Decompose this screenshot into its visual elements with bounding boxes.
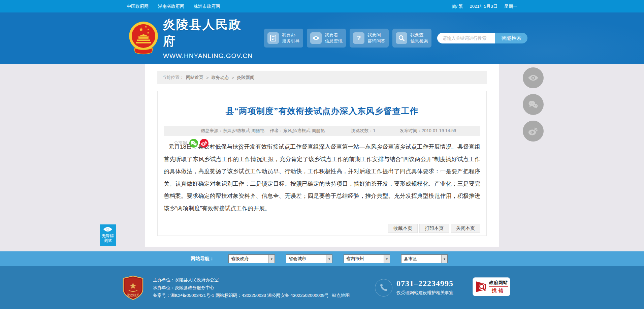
- phone-note: 仅受理网站建设维护相关事宜: [396, 290, 453, 296]
- weibo-share-button[interactable]: [523, 121, 544, 142]
- svg-text:★: ★: [147, 31, 150, 34]
- link-china-gov[interactable]: 中国政府网: [127, 3, 149, 9]
- phone-icon: [375, 279, 392, 297]
- nav-select-value: 省级政府: [229, 256, 268, 262]
- footer-info: 主办单位：炎陵县人民政府办公室 承办单位：炎陵县政务服务中心 备案号：湘ICP备…: [153, 276, 350, 299]
- meta-views-value: 1: [373, 128, 375, 133]
- phone-number: 0731–22234995: [396, 279, 453, 288]
- content-card: 当前位置： 网站首页 > 政务动态 > 炎陵新闻 县“两项制度”有效衔接试点办深…: [145, 64, 499, 247]
- link-zhuzhou-gov[interactable]: 株洲市政府网: [194, 3, 220, 9]
- error-magnifier-icon: [475, 280, 488, 294]
- organizer-label: 主办单位：: [153, 277, 175, 282]
- site-url: WWW.HNYANLING.GOV.CN: [163, 52, 253, 60]
- nav-select-counties[interactable]: 县市区 ▾: [401, 254, 448, 263]
- breadcrumb-home[interactable]: 网站首页: [186, 74, 203, 81]
- error-badge-line1: 政府网站: [489, 280, 508, 287]
- button-ask-qa[interactable]: ? 我要问 咨询问答: [350, 29, 389, 48]
- lang-toggle[interactable]: 简/ 繁: [452, 3, 463, 9]
- close-page-button[interactable]: 关闭本页: [451, 224, 480, 233]
- chevron-down-icon: ▾: [441, 255, 447, 263]
- current-weekday: 星期一: [504, 3, 517, 9]
- accessibility-eye-button[interactable]: [523, 67, 544, 88]
- article-actions: 收藏本页 打印本页 关闭本页: [388, 224, 480, 233]
- svg-text:★: ★: [147, 28, 150, 31]
- meta-time-label: 发布时间：: [400, 128, 422, 133]
- breadcrumb: 当前位置： 网站首页 > 政务动态 > 炎陵新闻: [157, 71, 487, 84]
- search-box: 智能检索: [437, 33, 527, 43]
- button-service-guide[interactable]: 我要办 服务引导: [264, 29, 303, 48]
- weibo-icon: [527, 126, 539, 136]
- qbtn-label-line2: 服务引导: [282, 38, 299, 44]
- undertaker-label: 承办单位：: [153, 285, 175, 290]
- footer: ★ 党政机关 主办单位：炎陵县人民政府办公室 承办单位：炎陵县政务服务中心 备案…: [0, 266, 644, 309]
- eye-icon: [103, 226, 112, 232]
- breadcrumb-separator: >: [206, 75, 209, 80]
- access-label-line2: 浏览: [100, 238, 116, 243]
- badge-label: 党政机关: [127, 293, 140, 297]
- question-icon: ?: [353, 32, 364, 44]
- nav-select-province-cities[interactable]: 省内市州 ▾: [344, 254, 390, 263]
- site-nav-label: 网站导航：: [191, 256, 214, 262]
- print-page-button[interactable]: 打印本页: [419, 224, 449, 233]
- wechat-share-button[interactable]: [523, 94, 544, 115]
- qbtn-label-line1: 我要查: [410, 32, 428, 38]
- article-body: 元月18日，县农村低保与扶贫开发有效衔接试点工作督查组深入督查第一站—东风乡督查…: [164, 141, 480, 215]
- chevron-down-icon: ▾: [268, 255, 275, 263]
- button-search-info[interactable]: 我要查 信息检索: [392, 29, 431, 48]
- main-area: 当前位置： 网站首页 > 政务动态 > 炎陵新闻 县“两项制度”有效衔接试点办深…: [0, 64, 644, 251]
- nav-select-provincial-gov[interactable]: 省级政府 ▾: [228, 254, 275, 263]
- icp-value: 湘ICP备05003421号-1 网站标识码：4302250033 湘公网安备 …: [170, 293, 329, 298]
- qbtn-label-line1: 我要问: [367, 32, 385, 38]
- chevron-down-icon: ▾: [326, 255, 332, 263]
- smart-search-button[interactable]: 智能检索: [495, 33, 527, 43]
- breadcrumb-separator: >: [232, 75, 234, 80]
- breadcrumb-yanling-news[interactable]: 炎陵新闻: [237, 74, 254, 81]
- article-meta-bar: 信息来源：东风乡/唐根武 周丽艳 作者：东风乡/唐根武 周丽艳 浏览次数：1 发…: [164, 126, 480, 136]
- qbtn-label-line2: 咨询问答: [367, 38, 385, 44]
- meta-source-value: 东风乡/唐根武 周丽艳: [223, 128, 264, 133]
- nav-select-value: 县市区: [401, 256, 441, 262]
- nav-select-value: 省会城市: [286, 256, 326, 262]
- share-label: 分享到: [174, 140, 187, 146]
- undertaker-value: 炎陵县政务服务中心: [175, 285, 214, 290]
- site-title[interactable]: 炎陵县人民政府: [163, 17, 253, 50]
- breadcrumb-label: 当前位置：: [162, 74, 184, 81]
- wechat-icon: [528, 100, 539, 109]
- gov-site-error-report-badge[interactable]: 政府网站 找错: [473, 277, 510, 296]
- meta-source-label: 信息来源：: [201, 128, 223, 133]
- national-emblem: ★ ★ ★ ★ ★: [129, 21, 158, 55]
- button-info-news[interactable]: 我要看 信息资讯: [307, 29, 346, 48]
- weibo-icon[interactable]: [200, 139, 208, 148]
- current-date: 2021年5月3日: [470, 3, 497, 9]
- error-badge-line2: 找错: [489, 288, 508, 294]
- svg-text:★: ★: [144, 25, 147, 28]
- bookmark-page-button[interactable]: 收藏本页: [388, 224, 418, 233]
- search-input[interactable]: [437, 33, 495, 43]
- meta-views-label: 浏览次数：: [351, 128, 373, 133]
- meta-author-label: 作者：: [270, 128, 283, 133]
- eye-icon: [310, 32, 322, 44]
- nav-select-value: 省内市州: [344, 256, 384, 262]
- chevron-down-icon: ▾: [384, 255, 390, 263]
- party-gov-badge[interactable]: ★ 党政机关: [122, 275, 144, 300]
- icp-label: 备案号：: [153, 293, 170, 298]
- nav-select-capital-cities[interactable]: 省会城市 ▾: [286, 254, 332, 263]
- meta-time-value: 2010-01-19 14:59: [422, 128, 456, 133]
- gov-links: 中国政府网 湖南省政府网 株洲市政府网: [127, 3, 220, 9]
- link-hunan-gov[interactable]: 湖南省政府网: [158, 3, 184, 9]
- wechat-icon[interactable]: [189, 139, 198, 148]
- svg-text:★: ★: [129, 281, 137, 291]
- search-icon: [396, 32, 407, 44]
- organizer-value: 炎陵县人民政府办公室: [175, 277, 219, 282]
- eye-icon: [527, 74, 539, 82]
- qbtn-label-line2: 信息检索: [410, 38, 428, 44]
- qbtn-label-line1: 我要看: [325, 32, 342, 38]
- sitemap-link[interactable]: 站点地图: [332, 293, 350, 298]
- share-widget: 分享到: [174, 139, 208, 148]
- article-title: 县“两项制度”有效衔接试点办深入东风乡督查工作: [158, 105, 486, 117]
- access-label-line1: 无障碍: [100, 234, 116, 238]
- accessible-browsing-button[interactable]: 无障碍 浏览: [100, 224, 116, 246]
- breadcrumb-gov-news[interactable]: 政务动态: [212, 74, 229, 81]
- quick-entry-buttons: 我要办 服务引导 我要看 信息资讯 ? 我要问 咨询问答: [264, 29, 431, 48]
- article-box: 县“两项制度”有效衔接试点办深入东风乡督查工作 信息来源：东风乡/唐根武 周丽艳…: [157, 91, 487, 236]
